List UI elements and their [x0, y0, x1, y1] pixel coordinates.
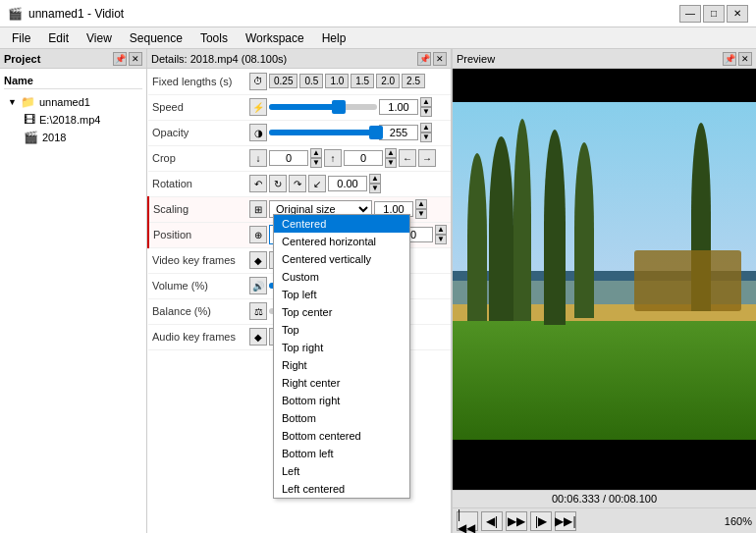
label-audio-keyframes: Audio key frames [148, 324, 245, 349]
app-title: unnamed1 - Vidiot [28, 7, 124, 21]
play-button[interactable]: ▶▶ [506, 511, 527, 531]
dropdown-item-bottom-right[interactable]: Bottom right [274, 392, 409, 409]
dropdown-item-left[interactable]: Left [274, 462, 409, 480]
preview-panel-close[interactable]: ✕ [738, 52, 752, 66]
details-content: Fixed lengths (s) ⏱ 0.25 0.5 1.0 1.5 2.0… [147, 69, 451, 533]
crop-left-spin: ▲ ▼ [310, 148, 322, 168]
details-panel-close[interactable]: ✕ [433, 52, 447, 66]
fixed-length-05[interactable]: 0.5 [299, 74, 323, 88]
dropdown-item-centered-horizontal[interactable]: Centered horizontal [274, 233, 409, 250]
crop-right-spin-down[interactable]: ▼ [385, 158, 397, 168]
tree-item-video[interactable]: 🎞 E:\2018.mp4 [20, 111, 142, 129]
menu-view[interactable]: View [79, 29, 120, 47]
crop-icon-up[interactable]: ↑ [324, 149, 342, 167]
fixed-length-10[interactable]: 1.0 [325, 74, 349, 88]
dropdown-item-top-right[interactable]: Top right [274, 339, 409, 356]
opacity-slider[interactable] [269, 125, 377, 140]
project-panel: Project 📌 ✕ Name ▼ 📁 unnamed1 🎞 E:\2018.… [0, 49, 147, 533]
skip-start-button[interactable]: |◀◀ [457, 511, 478, 531]
speed-icon: ⚡ [249, 98, 267, 116]
close-button[interactable]: ✕ [727, 5, 748, 23]
crop-left-spin-up[interactable]: ▲ [310, 148, 322, 158]
fixed-length-20[interactable]: 2.0 [376, 74, 400, 88]
dropdown-item-top[interactable]: Top [274, 321, 409, 339]
row-fixed-lengths: Fixed lengths (s) ⏱ 0.25 0.5 1.0 1.5 2.0… [148, 69, 451, 94]
prev-frame-button[interactable]: ◀| [481, 511, 503, 531]
dropdown-item-custom[interactable]: Custom [274, 268, 409, 286]
opacity-controls: ◑ ▲ ▼ [249, 123, 447, 142]
audio-keyframe-icon[interactable]: ◆ [249, 328, 267, 346]
speed-slider[interactable] [269, 99, 377, 115]
skip-end-button[interactable]: ▶▶| [555, 511, 576, 531]
rotation-icon1[interactable]: ↶ [249, 175, 267, 192]
row-crop: Crop ↓ ▲ ▼ ↑ ▲ [148, 145, 451, 171]
label-video-keyframes: Video key frames [148, 247, 245, 273]
dropdown-item-left-centered[interactable]: Left centered [274, 480, 409, 498]
crop-left-spin-down[interactable]: ▼ [310, 158, 322, 168]
crop-left-arrow[interactable]: ← [399, 149, 416, 167]
minimize-button[interactable]: — [679, 5, 701, 23]
menu-sequence[interactable]: Sequence [122, 29, 190, 47]
fixed-length-25[interactable]: 2.5 [402, 74, 425, 88]
video-frame [453, 69, 756, 490]
rotation-value[interactable] [328, 176, 367, 191]
position-x-spin-down[interactable]: ▼ [435, 235, 447, 244]
dropdown-item-centered-vertically[interactable]: Centered vertically [274, 250, 409, 268]
crop-right-value[interactable] [344, 150, 383, 166]
menu-bar: File Edit View Sequence Tools Workspace … [0, 27, 756, 49]
position-x-spin-up[interactable]: ▲ [435, 225, 447, 235]
crop-left-value[interactable] [269, 150, 308, 166]
menu-help[interactable]: Help [314, 29, 354, 47]
preview-header: Preview 📌 ✕ [453, 49, 756, 69]
fixed-length-025[interactable]: 0.25 [269, 74, 297, 88]
rotation-icon3[interactable]: ↷ [289, 175, 306, 192]
dropdown-item-top-left[interactable]: Top left [274, 286, 409, 303]
rotation-icon4[interactable]: ↙ [308, 175, 326, 192]
scaling-spin-up[interactable]: ▲ [415, 199, 427, 209]
tree-item-unnamed1[interactable]: ▼ 📁 unnamed1 [4, 93, 142, 111]
tree-item-sequence[interactable]: 🎬 2018 [20, 129, 142, 146]
label-position: Position [148, 222, 245, 247]
menu-edit[interactable]: Edit [40, 29, 77, 47]
crop-right-spin-up[interactable]: ▲ [385, 148, 397, 158]
sequence-icon: 🎬 [24, 131, 38, 144]
menu-workspace[interactable]: Workspace [238, 29, 312, 47]
project-panel-close[interactable]: ✕ [129, 52, 142, 66]
dropdown-item-bottom[interactable]: Bottom [274, 409, 409, 427]
preview-panel-pin[interactable]: 📌 [723, 52, 736, 66]
video-keyframe-icon[interactable]: ◆ [249, 251, 267, 269]
fixed-lengths-icon[interactable]: ⏱ [249, 73, 267, 90]
speed-spin-up[interactable]: ▲ [420, 97, 432, 107]
menu-file[interactable]: File [4, 29, 38, 47]
opacity-spin-down[interactable]: ▼ [420, 133, 432, 142]
rotation-spin-down[interactable]: ▼ [369, 184, 381, 193]
scaling-spin-down[interactable]: ▼ [415, 209, 427, 219]
details-panel-pin[interactable]: 📌 [417, 52, 431, 66]
dropdown-item-bottom-centered[interactable]: Bottom centered [274, 427, 409, 445]
tree-name-header: Name [4, 73, 142, 89]
position-dropdown-list: Centered Centered horizontal Centered ve… [273, 214, 410, 499]
dropdown-item-right-center[interactable]: Right center [274, 374, 409, 392]
fixed-length-15[interactable]: 1.5 [351, 74, 374, 88]
tree-item-sequence-label: 2018 [42, 132, 66, 143]
window-controls: — □ ✕ [679, 5, 748, 23]
crop-right-arrow[interactable]: → [418, 149, 436, 167]
rotation-icon2[interactable]: ↻ [269, 175, 287, 192]
speed-value[interactable] [379, 99, 418, 115]
rotation-spin-up[interactable]: ▲ [369, 174, 381, 184]
crop-icon-down[interactable]: ↓ [249, 149, 267, 167]
dropdown-item-top-center[interactable]: Top center [274, 303, 409, 321]
speed-spin: ▲ ▼ [420, 97, 432, 117]
project-panel-pin[interactable]: 📌 [113, 52, 127, 66]
menu-tools[interactable]: Tools [192, 29, 236, 47]
speed-spin-down[interactable]: ▼ [420, 107, 432, 117]
dropdown-item-centered[interactable]: Centered [274, 215, 409, 233]
ctrl-rotation: ↶ ↻ ↷ ↙ ▲ ▼ [245, 171, 451, 196]
opacity-spin-up[interactable]: ▲ [420, 123, 432, 133]
maximize-button[interactable]: □ [703, 5, 725, 23]
dropdown-item-right[interactable]: Right [274, 356, 409, 374]
crop-controls: ↓ ▲ ▼ ↑ ▲ ▼ ← [249, 148, 447, 168]
dropdown-item-bottom-left[interactable]: Bottom left [274, 445, 409, 462]
opacity-value[interactable] [379, 125, 418, 140]
next-frame-button[interactable]: |▶ [530, 511, 552, 531]
